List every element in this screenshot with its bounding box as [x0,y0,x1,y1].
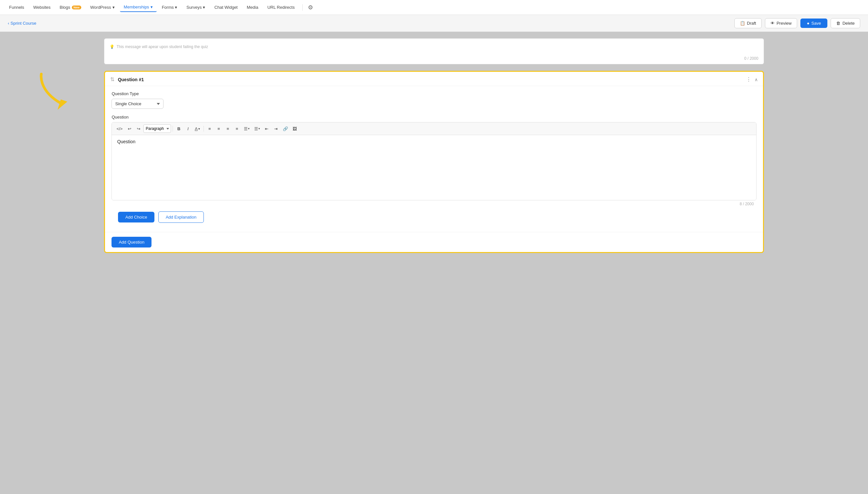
undo-button[interactable]: ↩ [125,125,133,133]
nav-item-memberships[interactable]: Memberships ▾ [120,3,157,12]
delete-icon: 🗑 [836,21,840,26]
nav-item-blogs[interactable]: Blogs New [56,3,85,12]
subheader-actions: 📋 Draft 👁 Preview ● Save 🗑 Delete [735,18,861,28]
question-field-label: Question [111,115,756,119]
question-type-label: Question Type [111,91,756,96]
fail-message-count: 0 / 2000 [744,56,758,61]
more-options-icon[interactable]: ⋮ [746,76,751,82]
editor-toolbar: </> ↩ ↪ Paragraph Heading 1 Heading 2 B … [112,122,756,135]
settings-icon[interactable]: ⚙ [308,4,313,11]
arrow-container [35,71,74,114]
question-title: Question #1 [118,77,144,82]
align-center-button[interactable]: ≡ [215,125,223,133]
preview-icon: 👁 [771,21,775,26]
nav-item-chat-widget[interactable]: Chat Widget [210,3,241,12]
nav-item-forms[interactable]: Forms ▾ [158,3,181,12]
indent-decrease-button[interactable]: ⇤ [263,125,271,133]
fail-message-box: 💡 This message will apear upon student f… [104,38,764,64]
redo-button[interactable]: ↪ [134,125,143,133]
blogs-new-badge: New [72,5,81,10]
save-icon: ● [807,21,810,26]
question-header: ⇅ Question #1 ⋮ ∧ [105,72,763,86]
collapse-icon[interactable]: ∧ [755,77,758,82]
question-buttons: Add Choice Add Explanation [111,208,756,227]
back-link-label: Sprint Course [11,21,36,26]
ordered-list-button[interactable]: ☰▾ [252,125,262,133]
code-button[interactable]: </> [114,125,125,133]
toolbar-sep-2 [203,126,204,132]
subheader: ‹ Sprint Course 📋 Draft 👁 Preview ● Save… [0,15,868,32]
italic-button[interactable]: I [184,125,192,133]
question-editor-section: Question </> ↩ ↪ Paragraph Heading 1 Hea… [111,115,756,208]
align-justify-button[interactable]: ≡ [233,125,241,133]
bullet-list-button[interactable]: ☰▾ [242,125,252,133]
back-chevron-icon: ‹ [8,21,9,26]
drag-handle-icon[interactable]: ⇅ [110,76,114,82]
nav-item-wordpress[interactable]: WordPress ▾ [87,3,119,12]
align-right-button[interactable]: ≡ [224,125,232,133]
add-choice-button[interactable]: Add Choice [118,212,154,223]
editor-container: </> ↩ ↪ Paragraph Heading 1 Heading 2 B … [111,122,756,201]
question-type-select[interactable]: Single Choice Multiple Choice True/False… [111,99,164,109]
hint-icon: 💡 [110,44,114,49]
nav-item-websites[interactable]: Websites [29,3,54,12]
back-link[interactable]: ‹ Sprint Course [8,21,36,26]
question-type-field: Question Type Single Choice Multiple Cho… [111,91,756,109]
preview-button[interactable]: 👁 Preview [765,18,797,28]
draft-button[interactable]: 📋 Draft [735,18,762,28]
question-footer: Add Question [105,232,763,252]
fail-message-hint: 💡 This message will apear upon student f… [110,44,758,49]
nav-item-funnels[interactable]: Funnels [5,3,28,12]
question-header-left: ⇅ Question #1 [110,76,144,82]
nav-separator [302,4,303,11]
indent-increase-button[interactable]: ⇥ [272,125,280,133]
top-navigation: Funnels Websites Blogs New WordPress ▾ M… [0,0,868,15]
question-body: Question Type Single Choice Multiple Cho… [105,86,763,232]
add-explanation-button[interactable]: Add Explanation [158,211,204,223]
link-button[interactable]: 🔗 [281,125,290,133]
bold-button[interactable]: B [175,125,183,133]
question-header-right: ⋮ ∧ [746,76,758,82]
delete-button[interactable]: 🗑 Delete [831,18,860,28]
question-card: ⇅ Question #1 ⋮ ∧ Question Type Single C… [104,71,764,253]
nav-item-media[interactable]: Media [243,3,262,12]
paragraph-select[interactable]: Paragraph Heading 1 Heading 2 [143,125,171,133]
editor-content[interactable]: Question [112,135,756,200]
nav-item-surveys[interactable]: Surveys ▾ [182,3,209,12]
nav-item-url-redirects[interactable]: URL Redirects [263,3,299,12]
arrow-icon [35,71,74,113]
toolbar-sep-1 [173,126,173,132]
save-button[interactable]: ● Save [800,19,828,28]
main-content: 💡 This message will apear upon student f… [0,32,868,260]
align-left-button[interactable]: ≡ [205,125,214,133]
draft-icon: 📋 [740,21,745,26]
char-count: 8 / 2000 [111,201,756,208]
underline-button[interactable]: A▾ [193,125,202,133]
image-button[interactable]: 🖼 [291,125,299,133]
add-question-button[interactable]: Add Question [111,237,151,247]
